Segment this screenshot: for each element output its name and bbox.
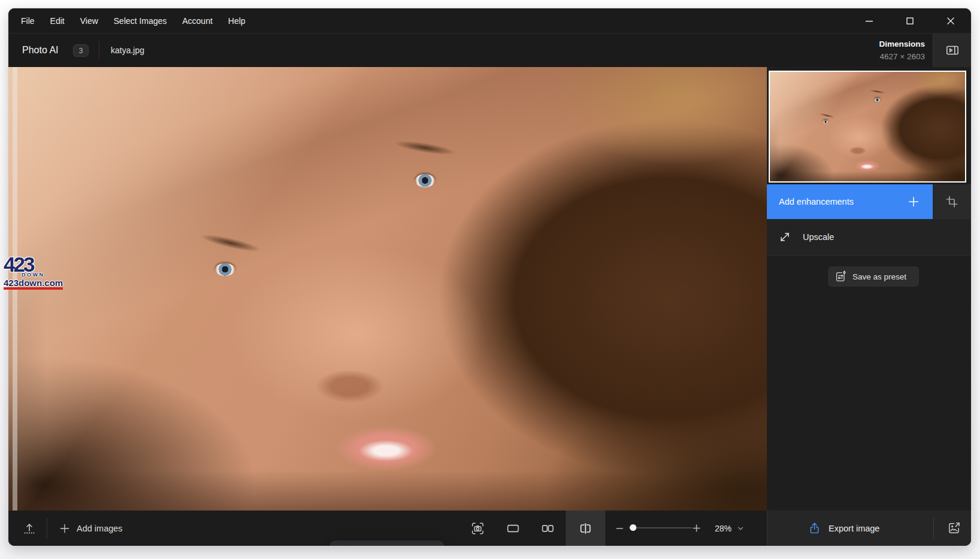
export-image-button[interactable]: Export image (808, 511, 879, 546)
screen: File Edit View Select Images Account Hel… (0, 0, 980, 559)
plus-icon (907, 195, 920, 208)
photo-detail (215, 263, 235, 276)
photo-detail (415, 174, 435, 187)
close-icon (946, 17, 955, 25)
split-view-icon (540, 521, 556, 536)
preset-sparkle-icon (834, 270, 847, 283)
crop-button[interactable] (933, 184, 971, 219)
file-tab[interactable]: katya.jpg (111, 34, 144, 67)
enhancements-row: Add enhancements (767, 184, 971, 219)
maximize-icon (906, 17, 914, 25)
header-bar: Photo AI 3 katya.jpg Dimensions 4627 × 2… (8, 33, 971, 67)
focus-preview-button[interactable] (469, 511, 487, 546)
bottom-divider (933, 518, 934, 539)
menu-bar: File Edit View Select Images Account Hel… (8, 8, 971, 33)
export-share-icon (808, 522, 821, 534)
zoom-slider-knob[interactable] (630, 524, 636, 531)
export-image-label: Export image (829, 524, 879, 533)
photo-detail (869, 89, 885, 94)
photo-detail (823, 120, 829, 123)
navigation-thumbnail[interactable] (769, 71, 966, 183)
upscale-filter-row[interactable]: Upscale (767, 219, 971, 256)
close-button[interactable] (942, 13, 959, 29)
upload-button[interactable] (20, 511, 38, 546)
menu-select-images[interactable]: Select Images (106, 16, 175, 26)
watermark-423down: 423 DOWN 423down.com (4, 254, 63, 290)
menu-items: File Edit View Select Images Account Hel… (8, 16, 253, 26)
dimensions-value: 4627 × 2603 (879, 51, 925, 63)
window-controls (861, 8, 959, 33)
image-canvas[interactable] (8, 67, 767, 511)
preview-updated-toast: Preview Updated (329, 540, 444, 546)
zoom-out-icon (615, 524, 624, 533)
zoom-level-label: 28% (715, 524, 732, 533)
watermark-down-text: DOWN (22, 272, 63, 278)
plus-icon (59, 522, 71, 534)
dimensions-label: Dimensions (879, 38, 925, 51)
dimensions-block: Dimensions 4627 × 2603 (879, 38, 925, 63)
app-window: File Edit View Select Images Account Hel… (8, 8, 971, 546)
photo-detail (819, 113, 835, 119)
add-enhancements-label: Add enhancements (779, 197, 854, 206)
image-external-icon (947, 521, 961, 535)
add-images-button[interactable]: Add images (59, 511, 123, 546)
single-view-button[interactable] (504, 511, 522, 546)
maximize-button[interactable] (902, 13, 918, 29)
upload-icon (22, 521, 37, 536)
menu-help[interactable]: Help (220, 16, 253, 26)
minimize-icon (865, 17, 873, 25)
diagonal-resize-icon (778, 230, 792, 244)
zoom-level-dropdown[interactable]: 28% (715, 511, 745, 546)
split-view-button[interactable] (539, 511, 557, 546)
chevron-down-icon (736, 524, 745, 533)
minimize-button[interactable] (861, 13, 878, 29)
photo-detail (393, 138, 456, 157)
open-preview-button[interactable] (945, 511, 963, 546)
main-area: Preview Updated Add enhancements (8, 67, 971, 511)
zoom-out-button[interactable] (612, 511, 627, 546)
panel-toggle-icon (945, 42, 960, 58)
panel-toggle-button[interactable] (933, 34, 971, 67)
add-enhancements-button[interactable]: Add enhancements (767, 184, 933, 219)
save-as-preset-button[interactable]: Save as preset (828, 266, 919, 287)
save-as-preset-label: Save as preset (852, 272, 906, 281)
thumbnail-photo (770, 72, 965, 181)
menu-edit[interactable]: Edit (43, 16, 72, 26)
menu-file[interactable]: File (13, 16, 43, 26)
menu-account[interactable]: Account (175, 16, 221, 26)
app-title: Photo AI (22, 34, 59, 67)
right-sidebar: Add enhancements Upscale (767, 67, 971, 511)
compare-slider-icon (578, 521, 593, 536)
add-images-label: Add images (77, 524, 123, 533)
watermark-url: 423down.com (4, 278, 63, 290)
camera-focus-icon (470, 521, 486, 536)
photo-preview (8, 67, 767, 511)
zoom-in-button[interactable] (688, 511, 704, 546)
menu-view[interactable]: View (72, 16, 106, 26)
bottom-bar: Add images (8, 511, 971, 546)
zoom-slider-track[interactable] (629, 527, 692, 528)
zoom-in-icon (692, 524, 701, 533)
single-view-icon (505, 521, 521, 536)
header-divider (99, 41, 99, 59)
crop-icon (945, 195, 958, 208)
photo-detail (199, 232, 262, 255)
upscale-label: Upscale (803, 232, 834, 242)
bottom-divider (47, 518, 47, 539)
photo-detail (875, 98, 880, 101)
bottom-bar-right: Export image (767, 511, 971, 546)
image-count-badge: 3 (73, 44, 89, 57)
compare-slider-button[interactable] (577, 511, 594, 546)
